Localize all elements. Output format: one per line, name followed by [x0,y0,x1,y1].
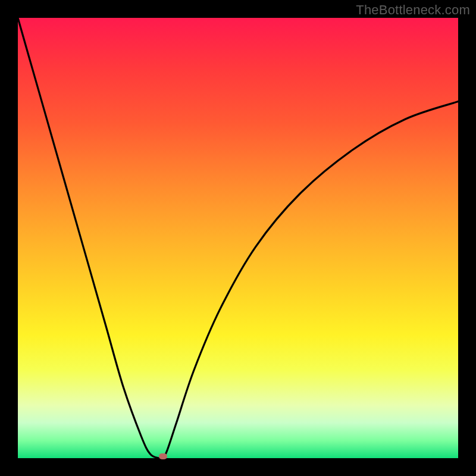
optimum-marker [159,453,167,459]
outer-frame: TheBottleneck.com [0,0,476,476]
bottleneck-curve [18,18,458,458]
plot-area [18,18,458,458]
watermark-text: TheBottleneck.com [356,2,470,18]
